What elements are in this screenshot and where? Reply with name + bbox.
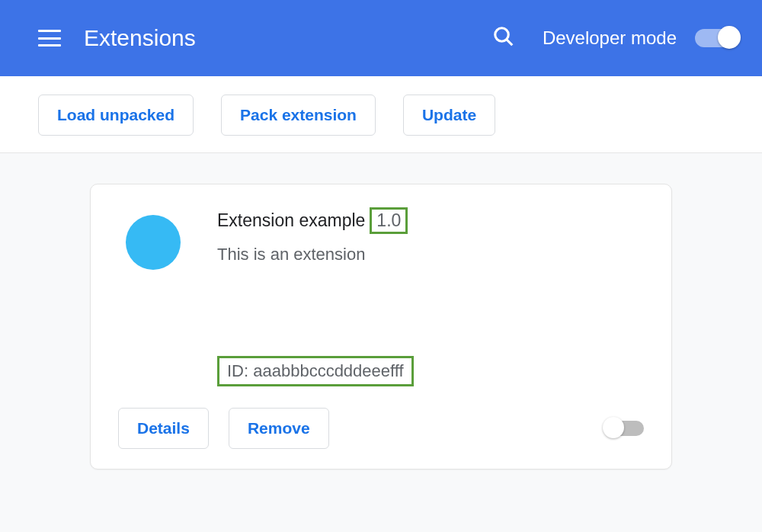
extension-title-row: Extension example 1.0 bbox=[217, 207, 644, 234]
extension-icon bbox=[126, 215, 181, 270]
remove-button[interactable]: Remove bbox=[229, 408, 329, 449]
svg-line-1 bbox=[507, 40, 513, 46]
search-icon[interactable] bbox=[492, 25, 515, 51]
extension-card: Extension example 1.0 This is an extensi… bbox=[90, 184, 672, 470]
developer-mode-toggle[interactable] bbox=[695, 29, 739, 47]
update-button[interactable]: Update bbox=[403, 95, 495, 136]
details-button[interactable]: Details bbox=[118, 408, 209, 449]
content-area: Extension example 1.0 This is an extensi… bbox=[0, 153, 762, 532]
extension-id: ID: aaabbbcccdddeeefff bbox=[217, 356, 414, 386]
extension-name: Extension example bbox=[217, 210, 365, 231]
menu-icon[interactable] bbox=[38, 30, 61, 46]
svg-point-0 bbox=[495, 28, 509, 42]
extension-description: This is an extension bbox=[217, 245, 644, 264]
header-bar: Extensions Developer mode bbox=[0, 0, 762, 76]
load-unpacked-button[interactable]: Load unpacked bbox=[38, 95, 194, 136]
extension-version: 1.0 bbox=[370, 207, 408, 234]
pack-extension-button[interactable]: Pack extension bbox=[221, 95, 376, 136]
page-title: Extensions bbox=[84, 25, 492, 51]
extension-enable-toggle[interactable] bbox=[606, 421, 644, 436]
developer-toolbar: Load unpacked Pack extension Update bbox=[0, 76, 762, 153]
developer-mode-label: Developer mode bbox=[543, 27, 677, 49]
